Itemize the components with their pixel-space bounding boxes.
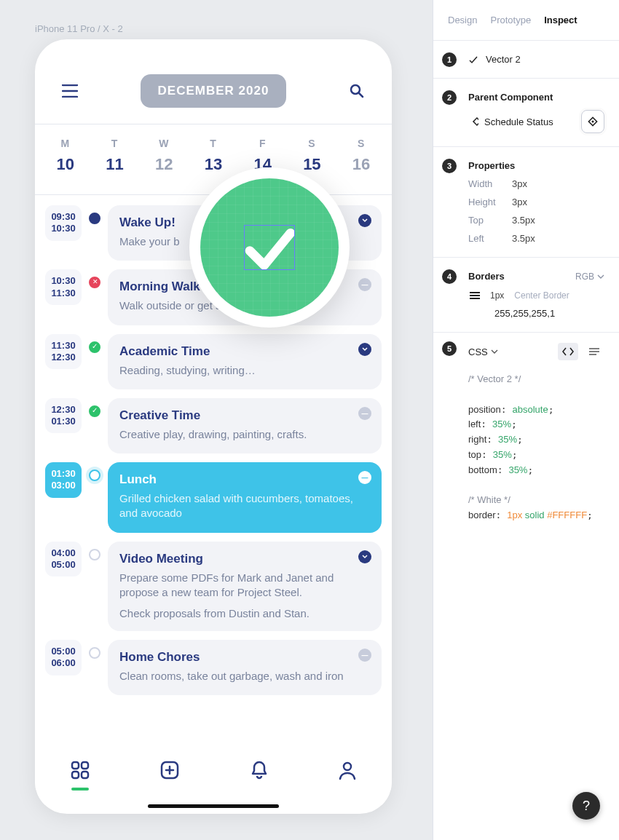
inspector-panel: Design Prototype Inspect 1 Vector 2 2 Pa…: [433, 0, 619, 840]
parent-component-name: Schedule Status: [484, 116, 553, 127]
hamburger-button[interactable]: [55, 76, 84, 106]
tab-prototype[interactable]: Prototype: [490, 15, 531, 25]
task-card[interactable]: Academic TimeReading, studying, writing…: [108, 334, 382, 389]
task-time: 10:3011:30: [45, 269, 82, 305]
plus-icon: [159, 760, 180, 780]
task-description: Clean rooms, take out garbage, wash and …: [119, 669, 370, 684]
nav-notifications[interactable]: [250, 760, 269, 783]
layer-section: 1 Vector 2: [433, 41, 619, 79]
task-description: Reading, studying, writing…: [119, 363, 370, 378]
day-number: 10: [57, 155, 74, 174]
task-row: 05:0006:00–Home ChoresClean rooms, take …: [45, 640, 382, 695]
task-row: 04:0005:00Video MeetingPrepare some PDFs…: [45, 542, 382, 632]
prop-value[interactable]: 3.5px: [512, 215, 604, 226]
day-column[interactable]: S15: [303, 138, 320, 174]
day-of-week: F: [253, 138, 271, 149]
day-of-week: T: [106, 138, 123, 149]
frame-label: iPhone 11 Pro / X - 2: [35, 23, 123, 34]
border-style-icon[interactable]: [470, 292, 480, 299]
task-card[interactable]: –LunchGrilled chicken salad with cucumbe…: [108, 462, 382, 533]
vector-check-icon: [468, 55, 478, 65]
svg-rect-1: [72, 762, 79, 769]
checkmark-icon: [237, 215, 302, 280]
expand-button[interactable]: –: [358, 407, 371, 420]
code-lang-select[interactable]: CSS: [468, 346, 498, 357]
table-view-button[interactable]: [584, 343, 604, 360]
task-title: Lunch: [119, 472, 370, 487]
task-card[interactable]: Video MeetingPrepare some PDFs for Mark …: [108, 542, 382, 632]
properties-section: 3 Properties Width3pxHeight3pxTop3.5pxLe…: [433, 147, 619, 258]
status-overlay-circle: [200, 178, 339, 317]
help-button[interactable]: ?: [572, 792, 600, 820]
parent-section: 2 Parent Component Schedule Status: [433, 79, 619, 147]
prop-key: Left: [468, 233, 512, 244]
week-row: M10T11W12T13F14S15S16: [35, 124, 392, 195]
component-icon: [468, 116, 478, 127]
home-indicator: [148, 804, 279, 808]
status-dot[interactable]: [89, 341, 100, 353]
day-of-week: S: [303, 138, 320, 149]
month-selector[interactable]: DECEMBER 2020: [141, 74, 287, 108]
prop-value[interactable]: 3.5px: [512, 233, 604, 244]
layer-row[interactable]: Vector 2: [468, 54, 604, 65]
expand-button[interactable]: [358, 214, 371, 227]
day-column[interactable]: W12: [155, 138, 173, 174]
day-column[interactable]: T11: [106, 138, 123, 174]
code-view-button[interactable]: [558, 343, 578, 360]
bell-icon: [250, 760, 269, 780]
search-button[interactable]: [342, 76, 371, 106]
status-dot[interactable]: [89, 647, 100, 659]
goto-component-button[interactable]: [581, 110, 604, 133]
prop-key: Width: [468, 178, 512, 189]
parent-component-row[interactable]: Schedule Status: [468, 116, 553, 127]
bottom-nav: [35, 748, 392, 805]
border-color: 255,255,255,1: [468, 308, 604, 319]
target-icon: [587, 116, 599, 127]
grid-icon: [70, 760, 90, 780]
task-time: 01:3003:00: [45, 462, 82, 498]
svg-rect-7: [473, 118, 478, 125]
nav-profile[interactable]: [338, 760, 357, 783]
task-title: Academic Time: [119, 344, 370, 359]
status-dot[interactable]: [89, 405, 100, 417]
user-icon: [338, 760, 357, 780]
code-block[interactable]: /* Vector 2 */ position: absolute; left:…: [468, 372, 604, 523]
task-row: 12:3001:30–Creative TimeCreative play, d…: [45, 398, 382, 453]
status-dot[interactable]: [89, 469, 100, 481]
color-mode-select[interactable]: RGB: [575, 272, 604, 282]
status-dot[interactable]: [89, 213, 100, 224]
expand-button[interactable]: –: [358, 649, 371, 662]
prop-key: Top: [468, 215, 512, 226]
day-column[interactable]: M10: [57, 138, 74, 174]
chevron-down-icon: [597, 274, 604, 279]
task-time: 11:3012:30: [45, 334, 82, 370]
task-card[interactable]: –Creative TimeCreative play, drawing, pa…: [108, 398, 382, 453]
day-of-week: T: [205, 138, 222, 149]
expand-button[interactable]: [358, 550, 371, 563]
badge-borders: 4: [442, 269, 457, 284]
task-card[interactable]: –Home ChoresClean rooms, take out garbag…: [108, 640, 382, 695]
day-of-week: W: [155, 138, 173, 149]
tab-inspect[interactable]: Inspect: [544, 15, 577, 25]
nav-home[interactable]: [70, 760, 90, 783]
nav-add[interactable]: [159, 760, 180, 783]
parent-title: Parent Component: [468, 92, 604, 103]
prop-value[interactable]: 3px: [512, 178, 604, 189]
hamburger-icon: [62, 84, 78, 98]
status-dot[interactable]: [89, 549, 100, 560]
day-number: 15: [303, 155, 320, 174]
expand-button[interactable]: [358, 343, 371, 356]
prop-value[interactable]: 3px: [512, 197, 604, 207]
task-row: 01:3003:00–LunchGrilled chicken salad wi…: [45, 462, 382, 533]
task-description: Grilled chicken salad with cucumbers, to…: [119, 491, 370, 521]
svg-rect-3: [72, 772, 79, 778]
task-description: Creative play, drawing, painting, crafts…: [119, 427, 370, 442]
search-icon: [350, 84, 364, 98]
status-dot[interactable]: [89, 277, 100, 288]
expand-button[interactable]: –: [358, 471, 371, 484]
border-width: 1px: [490, 290, 504, 301]
day-column[interactable]: T13: [205, 138, 222, 174]
day-column[interactable]: S16: [352, 138, 370, 174]
tab-design[interactable]: Design: [448, 15, 477, 25]
borders-section: 4 Borders RGB 1px Center Border 255,255,…: [433, 258, 619, 333]
